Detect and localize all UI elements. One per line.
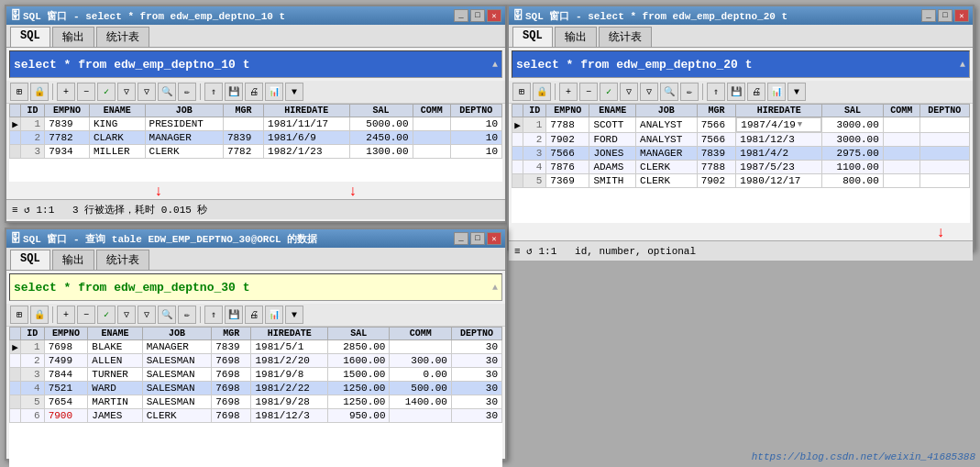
col-hiredate-win2[interactable]: HIREDATE	[736, 105, 822, 117]
filter-btn-win3[interactable]: ▽	[117, 306, 136, 324]
maximize-btn-win3[interactable]: □	[470, 232, 485, 245]
tab-sql-win2[interactable]: SQL	[512, 27, 553, 47]
col-sal-win1[interactable]: SAL	[349, 105, 413, 117]
search-btn-win2[interactable]: 🔍	[660, 83, 678, 101]
chart-btn-win3[interactable]: 📊	[265, 306, 283, 324]
table-row[interactable]: 6 7900 JAMES CLERK 7698 1981/12/3 950.00…	[10, 409, 502, 423]
add-btn-win2[interactable]: +	[559, 83, 578, 101]
close-btn-win1[interactable]: ✕	[487, 9, 501, 22]
del-btn-win1[interactable]: −	[77, 83, 95, 101]
chart-btn-win2[interactable]: 📊	[767, 83, 786, 101]
edit-btn-win1[interactable]: ✏	[178, 83, 196, 101]
close-btn-win3[interactable]: ✕	[487, 232, 501, 245]
chart-btn-win1[interactable]: 📊	[265, 83, 283, 101]
col-job-win3[interactable]: JOB	[142, 328, 212, 340]
minimize-btn-win3[interactable]: _	[454, 232, 468, 245]
print-btn-win3[interactable]: 🖨	[245, 306, 263, 324]
minimize-btn-win2[interactable]: _	[921, 9, 936, 22]
col-mgr-win1[interactable]: MGR	[223, 105, 263, 117]
col-ename-win1[interactable]: ENAME	[89, 105, 145, 117]
sql-input-win1[interactable]: select * from edw_emp_deptno_10 t ▲	[9, 50, 502, 78]
up-btn-win3[interactable]: ⇑	[204, 306, 223, 324]
lock-btn-win3[interactable]: 🔒	[30, 306, 49, 324]
check-btn-win1[interactable]: ✓	[97, 83, 116, 101]
col-id-win1[interactable]: ID	[21, 105, 45, 117]
grid-btn-win2[interactable]: ⊞	[512, 83, 531, 101]
scroll-btn-win2[interactable]: ▲	[960, 60, 965, 70]
filter-btn-win1[interactable]: ▽	[117, 83, 136, 101]
col-comm-win2[interactable]: COMM	[883, 105, 919, 117]
edit-btn-win2[interactable]: ✏	[680, 83, 699, 101]
save-btn-win3[interactable]: 💾	[225, 306, 243, 324]
chart2-btn-win1[interactable]: ▼	[285, 83, 303, 101]
search-btn-win1[interactable]: 🔍	[158, 83, 176, 101]
table-row[interactable]: 4 7876 ADAMS CLERK 7788 1987/5/23 1100.0…	[512, 161, 970, 174]
table-row[interactable]: 2 7902 FORD ANALYST 7566 1981/12/3 3000.…	[512, 133, 970, 147]
del-btn-win2[interactable]: −	[579, 83, 598, 101]
minimize-btn-win1[interactable]: _	[454, 9, 468, 22]
col-job-win1[interactable]: JOB	[145, 105, 223, 117]
grid-btn-win3[interactable]: ⊞	[10, 306, 28, 324]
table-row[interactable]: 3 7934 MILLER CLERK 7782 1982/1/23 1300.…	[10, 145, 502, 159]
table-row[interactable]: ▶ 1 7839 KING PRESIDENT 1981/11/17 5000.…	[10, 117, 502, 131]
col-id-win3[interactable]: ID	[21, 328, 45, 340]
add-btn-win1[interactable]: +	[57, 83, 75, 101]
sort-btn-win3[interactable]: ▽	[138, 306, 156, 324]
table-row[interactable]: ▶ 1 7698 BLAKE MANAGER 7839 1981/5/1 285…	[10, 340, 502, 354]
col-job-win2[interactable]: JOB	[636, 105, 698, 117]
scroll-btn-win1[interactable]: ▲	[492, 60, 498, 70]
col-sal-win3[interactable]: SAL	[328, 328, 390, 340]
tab-stats-win3[interactable]: 统计表	[96, 250, 149, 270]
col-deptno-win2[interactable]: DEPTNO	[919, 105, 969, 117]
col-hiredate-win1[interactable]: HIREDATE	[264, 105, 350, 117]
titlebar-win3[interactable]: 🗄 SQL 窗口 - 查询 table EDW_EMP_DEPTNO_30@OR…	[6, 229, 505, 248]
sort-btn-win2[interactable]: ▽	[640, 83, 658, 101]
col-deptno-win3[interactable]: DEPTNO	[451, 328, 501, 340]
col-empno-win3[interactable]: EMPNO	[44, 328, 88, 340]
edit-btn-win3[interactable]: ✏	[178, 306, 196, 324]
table-row[interactable]: 5 7369 SMITH CLERK 7902 1980/12/17 800.0…	[512, 174, 970, 188]
col-mgr-win2[interactable]: MGR	[697, 105, 736, 117]
up-btn-win1[interactable]: ⇑	[204, 83, 223, 101]
table-row[interactable]: 3 7566 JONES MANAGER 7839 1981/4/2 2975.…	[512, 147, 970, 161]
col-sal-win2[interactable]: SAL	[822, 105, 884, 117]
tab-sql-win3[interactable]: SQL	[10, 250, 50, 270]
table-row[interactable]: 4 7521 WARD SALESMAN 7698 1981/2/22 1250…	[10, 382, 502, 395]
scroll-btn-win3[interactable]: ▲	[492, 283, 498, 293]
print-btn-win1[interactable]: 🖨	[245, 83, 263, 101]
tab-stats-win2[interactable]: 统计表	[599, 27, 652, 47]
col-deptno-win1[interactable]: DEPTNO	[450, 105, 501, 117]
check-btn-win2[interactable]: ✓	[600, 83, 618, 101]
table-row[interactable]: 2 7499 ALLEN SALESMAN 7698 1981/2/20 160…	[10, 354, 502, 368]
titlebar-win1[interactable]: 🗄 SQL 窗口 - select * from edw_emp_deptno_…	[6, 6, 505, 25]
table-row[interactable]: ▶ 1 7788 SCOTT ANALYST 7566 1987/4/19 ▼ …	[512, 117, 970, 133]
col-hiredate-win3[interactable]: HIREDATE	[251, 328, 328, 340]
maximize-btn-win1[interactable]: □	[470, 9, 485, 22]
tab-stats-win1[interactable]: 统计表	[96, 27, 149, 47]
col-comm-win1[interactable]: COMM	[413, 105, 450, 117]
tab-output-win2[interactable]: 输出	[555, 27, 597, 47]
lock-btn-win2[interactable]: 🔒	[533, 83, 551, 101]
grid-btn-win1[interactable]: ⊞	[10, 83, 28, 101]
save-btn-win2[interactable]: 💾	[727, 83, 745, 101]
maximize-btn-win2[interactable]: □	[938, 9, 952, 22]
col-comm-win3[interactable]: COMM	[390, 328, 451, 340]
col-ename-win3[interactable]: ENAME	[88, 328, 142, 340]
filter-btn-win2[interactable]: ▽	[620, 83, 638, 101]
sql-input-win3[interactable]: select * from edw_emp_deptno_30 t ▲	[9, 273, 502, 301]
del-btn-win3[interactable]: −	[77, 306, 95, 324]
col-id-win2[interactable]: ID	[523, 105, 546, 117]
col-empno-win2[interactable]: EMPNO	[546, 105, 589, 117]
save-btn-win1[interactable]: 💾	[225, 83, 243, 101]
tab-output-win3[interactable]: 输出	[52, 250, 94, 270]
col-ename-win2[interactable]: ENAME	[589, 105, 636, 117]
add-btn-win3[interactable]: +	[57, 306, 75, 324]
tab-sql-win1[interactable]: SQL	[10, 27, 50, 47]
search-btn-win3[interactable]: 🔍	[158, 306, 176, 324]
lock-btn-win1[interactable]: 🔒	[30, 83, 49, 101]
table-row[interactable]: 5 7654 MARTIN SALESMAN 7698 1981/9/28 12…	[10, 395, 502, 409]
check-btn-win3[interactable]: ✓	[97, 306, 116, 324]
table-row[interactable]: 3 7844 TURNER SALESMAN 7698 1981/9/8 150…	[10, 368, 502, 382]
up-btn-win2[interactable]: ⇑	[707, 83, 725, 101]
col-mgr-win3[interactable]: MGR	[212, 328, 251, 340]
